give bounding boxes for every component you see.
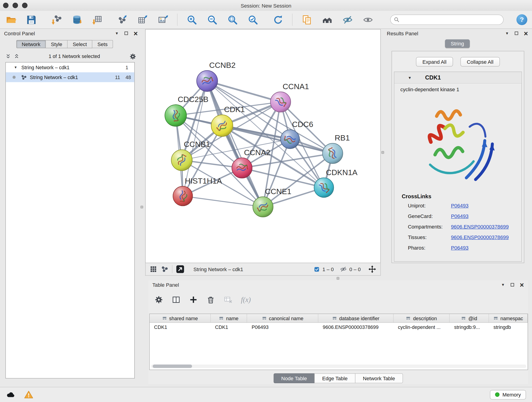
horizontal-scrollbar[interactable] <box>151 365 526 368</box>
save-session-button[interactable] <box>25 13 37 26</box>
network-node-CDC6[interactable]: CDC6 <box>281 120 313 149</box>
tab-sets[interactable]: Sets <box>92 40 113 48</box>
column-header-namespac[interactable]: namespac <box>489 314 528 322</box>
external-link-icon[interactable] <box>176 265 185 274</box>
scrollbar-thumb[interactable] <box>152 365 192 368</box>
table-tab-node-table[interactable]: Node Table <box>273 373 315 383</box>
memory-button[interactable]: Memory <box>490 390 526 399</box>
table-cell[interactable]: CDK1 <box>150 323 210 332</box>
tab-style[interactable]: Style <box>46 40 68 48</box>
network-node-RB1[interactable]: RB1 <box>323 133 350 163</box>
hidden-eye-slash-icon[interactable] <box>340 266 347 273</box>
selected-checkbox-icon[interactable] <box>314 266 320 272</box>
hide-graphics-details-button[interactable] <box>341 13 354 26</box>
help-button[interactable]: ? <box>516 14 527 25</box>
close-panel-icon[interactable]: × <box>524 30 528 37</box>
table-tab-edge-table[interactable]: Edge Table <box>314 373 355 383</box>
expand-all-button[interactable]: Expand All <box>416 57 453 66</box>
search-input[interactable] <box>390 15 504 25</box>
apply-layout-button[interactable] <box>272 13 284 26</box>
vertical-splitter-grip[interactable] <box>381 151 384 154</box>
zoom-in-icon <box>186 14 197 25</box>
share-view-icon[interactable] <box>161 265 169 273</box>
show-columns-icon[interactable] <box>172 295 181 304</box>
table-options-gear-icon[interactable] <box>154 295 163 304</box>
section-collapse-icon[interactable]: ▼ <box>408 76 412 80</box>
table-cell[interactable]: P06493 <box>247 323 318 332</box>
add-column-icon[interactable] <box>189 295 198 304</box>
grid-view-icon[interactable] <box>150 265 157 273</box>
collapse-all-button[interactable]: Collapse All <box>460 57 500 66</box>
crosslink-value-link[interactable]: 9606.ENSP00000378699 <box>451 234 509 240</box>
import-network-file-button[interactable] <box>50 13 62 26</box>
network-node-CCNE1[interactable]: CCNE1 <box>253 187 291 217</box>
network-node-CCNB1[interactable]: CCNB1 <box>171 140 210 171</box>
zoom-out-button[interactable] <box>206 13 218 26</box>
panel-menu-icon[interactable]: ▼ <box>501 283 505 287</box>
float-panel-icon[interactable] <box>514 31 519 36</box>
close-window-button[interactable] <box>3 3 8 8</box>
float-panel-icon[interactable] <box>124 31 128 36</box>
panel-menu-icon[interactable]: ▼ <box>115 31 119 35</box>
zoom-in-button[interactable] <box>186 13 198 26</box>
import-table-button[interactable] <box>91 13 103 26</box>
network-collection-row[interactable]: ▼ String Network – cdk1 1 <box>6 63 134 72</box>
zoom-fit-button[interactable] <box>226 13 239 26</box>
minimize-window-button[interactable] <box>13 3 18 8</box>
table-cell[interactable]: 9606.ENSP00000378699 <box>318 323 393 332</box>
import-network-database-button[interactable] <box>70 13 83 26</box>
tab-string[interactable]: String <box>445 39 470 48</box>
cloud-icon[interactable] <box>6 390 15 399</box>
network-row[interactable]: String Network – cdk1 11 48 <box>6 72 134 82</box>
network-edge[interactable] <box>183 196 263 207</box>
crosslink-value-link[interactable]: 9606.ENSP00000378699 <box>451 224 509 230</box>
network-canvas[interactable]: CCNB2CCNA1CDC25BCDK1CDC6RB1CCNB1CCNA2CDK… <box>145 29 381 263</box>
expand-all-icon[interactable] <box>14 54 19 59</box>
home-button[interactable] <box>321 13 333 26</box>
horizontal-splitter-grip[interactable] <box>336 277 339 280</box>
crosslink-value-link[interactable]: P06493 <box>451 213 469 219</box>
network-edge[interactable] <box>207 81 263 207</box>
tree-expand-icon[interactable]: ▼ <box>14 65 17 69</box>
open-session-button[interactable] <box>5 13 17 26</box>
network-node-CCNA1[interactable]: CCNA1 <box>270 82 309 112</box>
zoom-window-button[interactable] <box>22 3 27 8</box>
panel-menu-icon[interactable]: ▼ <box>505 31 509 35</box>
float-panel-icon[interactable] <box>510 282 515 287</box>
zoom-selected-button[interactable] <box>247 13 259 26</box>
export-network-button[interactable] <box>116 13 128 26</box>
table-tab-network-table[interactable]: Network Table <box>355 373 403 383</box>
gene-section-header[interactable]: ▼ CDK1 <box>394 72 521 83</box>
export-table-button[interactable] <box>136 13 148 26</box>
column-header-name[interactable]: name <box>210 314 247 322</box>
export-image-button[interactable] <box>157 13 169 26</box>
table-cell[interactable]: stringdb <box>489 323 528 332</box>
close-panel-icon[interactable]: × <box>133 30 138 37</box>
pan-move-icon[interactable] <box>368 265 376 274</box>
show-graphics-details-button[interactable] <box>362 13 374 26</box>
network-node-HIST1H1A[interactable]: HIST1H1A <box>173 177 222 206</box>
network-graph[interactable]: CCNB2CCNA1CDC25BCDK1CDC6RB1CCNB1CCNA2CDK… <box>146 30 380 263</box>
warning-icon[interactable] <box>24 390 33 399</box>
crosslink-value-link[interactable]: P06493 <box>451 245 469 250</box>
table-row[interactable]: CDK1CDK1P064939606.ENSP00000378699cyclin… <box>150 323 528 332</box>
network-options-gear-icon[interactable] <box>129 53 136 60</box>
column-header-shared-name[interactable]: shared name <box>150 314 210 322</box>
table-cell[interactable]: stringdb:9... <box>450 323 489 332</box>
column-header-canonical-name[interactable]: canonical name <box>247 314 318 322</box>
crosslink-value-link[interactable]: P06493 <box>451 203 469 208</box>
table-cell[interactable]: CDK1 <box>210 323 247 332</box>
clipboard-button[interactable] <box>301 13 313 26</box>
tab-select[interactable]: Select <box>68 40 92 48</box>
tab-network[interactable]: Network <box>16 40 46 48</box>
column-header--id[interactable]: @id <box>450 314 489 322</box>
delete-column-icon[interactable] <box>206 295 215 304</box>
column-header-database-identifier[interactable]: database identifier <box>318 314 393 322</box>
vertical-splitter-grip[interactable] <box>140 206 143 208</box>
close-panel-icon[interactable]: × <box>520 281 524 288</box>
table-cell[interactable]: cyclin-dependent ... <box>393 323 450 332</box>
function-builder-icon[interactable]: f(x) <box>241 295 251 304</box>
column-header-description[interactable]: description <box>394 314 450 322</box>
network-node-CDKN1A[interactable]: CDKN1A <box>314 168 358 197</box>
collapse-all-icon[interactable] <box>6 54 11 59</box>
